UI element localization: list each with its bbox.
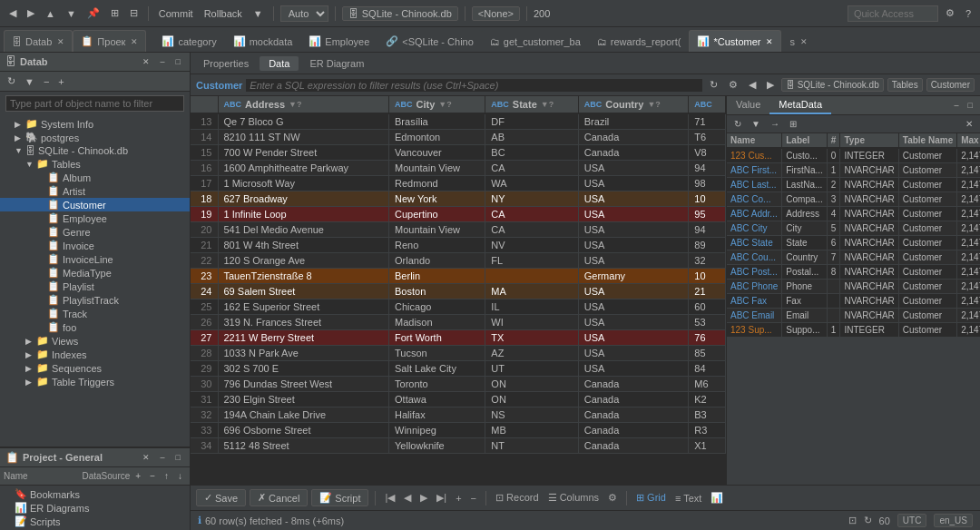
tree-item-invoiceline[interactable]: 📋 InvoiceLine — [0, 252, 190, 266]
filter-input[interactable] — [246, 79, 702, 92]
col-extra[interactable]: ABC — [689, 96, 726, 113]
col-city[interactable]: ABC City ▼? — [389, 96, 485, 113]
tab-mockdata[interactable]: 📊 mockdata — [225, 30, 301, 52]
tab-rewards[interactable]: 🗂 rewards_report( — [589, 30, 690, 52]
forward-btn[interactable]: ▶ — [24, 5, 38, 21]
nav-first-btn[interactable]: |◀ — [382, 491, 397, 505]
tab-sqlite[interactable]: 🔗 <SQLite - Chino — [377, 30, 482, 52]
settings-btn[interactable]: ⚙ — [942, 5, 958, 21]
meta-scroll[interactable]: Name Label # Type Table Name Max 123 Cus… — [727, 133, 980, 485]
db-panel-close[interactable]: ✕ — [139, 55, 153, 68]
project-max-btn[interactable]: □ — [172, 451, 184, 464]
tab-employee[interactable]: 📊 Employee — [300, 30, 377, 52]
tab-customer[interactable]: 📊 *Customer ✕ — [689, 30, 781, 52]
col-filter-icon[interactable]: ▼? — [438, 100, 451, 109]
meta-filter-btn[interactable]: ▼ — [748, 117, 764, 131]
filter-nav-btn[interactable]: ◀ — [745, 77, 760, 93]
project-min-btn[interactable]: – — [157, 451, 169, 464]
nav-add-btn[interactable]: + — [453, 492, 464, 505]
meta-copy-btn[interactable]: ⊞ — [786, 117, 800, 131]
grid-btn[interactable]: ⊞ Grid — [633, 491, 669, 505]
filter-nav-right-btn[interactable]: ▶ — [763, 77, 778, 93]
tree-item-system-info[interactable]: ▶ 📁 System Info — [0, 117, 190, 131]
expand-btn[interactable]: + — [54, 74, 67, 89]
more-btn[interactable]: ▼ — [250, 6, 267, 21]
meta-tab-value[interactable]: Value — [727, 96, 769, 114]
tree-item-indexes[interactable]: ▶ 📁 Indexes — [0, 348, 190, 361]
back-btn[interactable]: ◀ — [5, 5, 20, 21]
down-btn[interactable]: ▼ — [63, 6, 80, 21]
tree-item-mediatype[interactable]: 📋 MediaType — [0, 266, 190, 280]
project-dn-btn[interactable]: ↓ — [174, 469, 186, 483]
cancel-btn[interactable]: ✗ Cancel — [250, 489, 308, 506]
nav-del-btn[interactable]: − — [468, 492, 479, 505]
script-btn[interactable]: 📝 Script — [311, 489, 368, 506]
project-close[interactable]: ✕ — [131, 37, 138, 46]
col-address[interactable]: ABC Address ▼? — [218, 96, 389, 113]
tree-item-customer[interactable]: 📋 Customer — [0, 198, 190, 211]
tree-item-postgres[interactable]: ▶ 🐘 postgres — [0, 131, 190, 144]
col-country[interactable]: ABC Country ▼? — [578, 96, 689, 113]
commit-btn[interactable]: Commit — [155, 6, 197, 21]
tree-item-artist[interactable]: 📋 Artist — [0, 184, 190, 198]
col-filter-icon[interactable]: ▼? — [541, 100, 554, 109]
up-btn[interactable]: ▲ — [42, 6, 59, 21]
tree-item-table-triggers[interactable]: ▶ 📁 Table Triggers — [0, 375, 190, 388]
collapse-btn[interactable]: − — [40, 74, 53, 89]
tree-item-album[interactable]: 📋 Album — [0, 171, 190, 184]
tab-get-customer[interactable]: 🗂 get_customer_ba — [482, 30, 589, 52]
split-btn[interactable]: ⊟ — [126, 5, 142, 21]
meta-refresh-btn[interactable]: ↻ — [730, 117, 745, 131]
col-filter-icon[interactable]: ▼? — [289, 100, 301, 109]
tree-item-scripts[interactable]: 📝 Scripts — [0, 515, 190, 528]
db-panel-min[interactable]: – — [157, 55, 169, 68]
meta-tab-metadata[interactable]: MetaData — [769, 96, 831, 114]
filter-refresh-btn[interactable]: ↻ — [706, 77, 721, 93]
sidebar-filter-input[interactable] — [5, 95, 184, 112]
record-btn[interactable]: ⊡ Record — [493, 491, 542, 505]
tree-item-er-diagrams[interactable]: 📊 ER Diagrams — [0, 501, 190, 515]
tree-item-bookmarks[interactable]: 🔖 Bookmarks — [0, 487, 190, 501]
nav-prev-btn[interactable]: ◀ — [401, 491, 414, 505]
columns-btn[interactable]: ☰ Columns — [545, 491, 602, 505]
filter-config-btn[interactable]: ⚙ — [725, 77, 741, 93]
tree-item-playlisttrack[interactable]: 📋 PlaylistTrack — [0, 293, 190, 307]
tree-item-playlist[interactable]: 📋 Playlist — [0, 280, 190, 293]
meta-close-btn[interactable]: ✕ — [962, 117, 976, 131]
sub-tab-er[interactable]: ER Diagram — [300, 56, 373, 71]
nav-next-btn[interactable]: ▶ — [417, 491, 430, 505]
tab-s5[interactable]: s ✕ — [781, 30, 816, 52]
col-state[interactable]: ABC State ▼? — [485, 96, 578, 113]
tab-datab[interactable]: 🗄 Datab ✕ — [4, 30, 73, 52]
save-btn[interactable]: ✓ Save — [196, 489, 246, 506]
customer-tab-close[interactable]: ✕ — [766, 37, 773, 46]
filter-btn[interactable]: ▼ — [21, 74, 38, 89]
project-close-btn[interactable]: ✕ — [139, 451, 153, 464]
rollback-btn[interactable]: Rollback — [201, 6, 246, 21]
sub-tab-data[interactable]: Data — [260, 56, 299, 71]
tree-item-track[interactable]: 📋 Track — [0, 307, 190, 320]
tree-item-employee[interactable]: 📋 Employee — [0, 211, 190, 225]
pin-btn[interactable]: 📌 — [83, 5, 103, 21]
project-del-btn[interactable]: − — [146, 469, 159, 483]
tree-item-sequences[interactable]: ▶ 📁 Sequences — [0, 361, 190, 375]
refresh-btn[interactable]: ↻ — [4, 74, 19, 89]
help-btn[interactable]: ? — [962, 6, 975, 21]
meta-max-btn[interactable]: □ — [965, 99, 976, 112]
tree-item-foo[interactable]: 📋 foo — [0, 320, 190, 334]
project-up-btn[interactable]: ↑ — [161, 469, 172, 483]
config-btn2[interactable]: ⚙ — [605, 491, 620, 505]
tree-item-genre[interactable]: 📋 Genre — [0, 225, 190, 239]
sub-tab-properties[interactable]: Properties — [194, 56, 258, 71]
nav-last-btn[interactable]: ▶| — [434, 491, 449, 505]
db-panel-max[interactable]: □ — [172, 55, 184, 68]
datab-close[interactable]: ✕ — [57, 37, 64, 46]
project-add-btn[interactable]: + — [132, 469, 144, 483]
col-filter-icon[interactable]: ▼? — [647, 100, 660, 109]
new-window-btn[interactable]: ⊞ — [107, 5, 122, 21]
data-table-container[interactable]: ABC Address ▼? ABC City ▼? — [191, 96, 726, 485]
tab-category[interactable]: 📊 category — [153, 30, 224, 52]
tree-item-tables[interactable]: ▼ 📁 Tables — [0, 157, 190, 171]
quick-access-input[interactable] — [848, 5, 938, 22]
tree-item-invoice[interactable]: 📋 Invoice — [0, 239, 190, 252]
